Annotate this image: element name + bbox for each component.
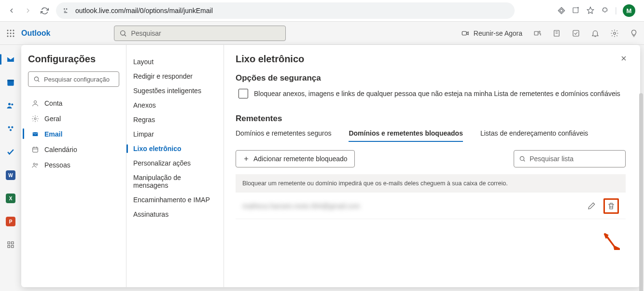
tab-lists[interactable]: Listas de endereçamento confiáveis [480, 129, 588, 142]
rail-calendar[interactable] [4, 76, 17, 89]
meet-now-button[interactable]: Reunir-se Agora [461, 29, 522, 38]
bulb-icon[interactable] [630, 29, 638, 38]
svg-rect-14 [534, 31, 538, 35]
sub-custom[interactable]: Personalizar ações [126, 156, 224, 170]
newpage-icon[interactable] [572, 6, 580, 15]
url-text: outlook.live.com/mail/0/options/mail/jun… [75, 7, 213, 14]
tab-blocked[interactable]: Domínios e remetentes bloqueados [349, 129, 463, 142]
close-button[interactable] [616, 51, 631, 66]
app-launcher-icon[interactable] [6, 28, 15, 38]
diamond-icon[interactable] [557, 6, 566, 15]
svg-point-4 [10, 29, 12, 31]
left-rail: W X P [0, 45, 21, 291]
edit-button[interactable] [587, 202, 596, 210]
svg-point-23 [8, 126, 10, 128]
svg-point-34 [33, 163, 35, 165]
block-attachments-checkbox[interactable]: Bloquear anexos, imagens e links de qual… [238, 89, 626, 98]
star-icon[interactable] [586, 6, 595, 15]
mail-icon [31, 130, 40, 139]
svg-point-5 [13, 29, 14, 31]
add-blocked-button[interactable]: Adicionar remetente bloqueado [236, 150, 355, 167]
person-icon [31, 99, 40, 108]
search-placeholder: Pesquisar [131, 29, 161, 37]
svg-point-22 [11, 103, 13, 105]
settings-title: Configurações [28, 54, 119, 65]
sub-layout[interactable]: Layout [126, 55, 224, 69]
search-input[interactable]: Pesquisar [114, 26, 286, 41]
rail-mail[interactable] [4, 53, 17, 66]
rail-excel[interactable]: X [4, 192, 17, 205]
outlook-logo[interactable]: Outlook [21, 29, 50, 38]
page-title: Lixo eletrônico [236, 54, 626, 65]
sub-handling[interactable]: Manipulação de mensagens [126, 170, 224, 193]
back-button[interactable] [5, 4, 18, 17]
svg-point-7 [10, 32, 12, 34]
rail-todo[interactable] [4, 145, 17, 159]
svg-point-31 [34, 101, 36, 103]
senders-section-title: Remetentes [236, 114, 626, 124]
todo-icon[interactable] [572, 29, 580, 38]
actions-row: Adicionar remetente bloqueado Pesquisar … [236, 150, 626, 167]
rail-groups[interactable] [4, 122, 17, 136]
gear-icon [31, 114, 40, 123]
browser-toolbar: outlook.live.com/mail/0/options/mail/jun… [0, 0, 644, 22]
people-icon [31, 161, 40, 169]
notes-icon[interactable] [552, 29, 561, 38]
sub-sweep[interactable]: Limpar [126, 127, 224, 141]
rail-more[interactable] [4, 238, 17, 251]
svg-rect-2 [573, 8, 578, 13]
blocked-email: matheus.hansen.moto.904@gmail.com [242, 202, 360, 210]
sub-forward[interactable]: Encaminhamento e IMAP [126, 193, 224, 207]
svg-point-25 [10, 129, 12, 131]
svg-rect-27 [12, 242, 14, 244]
svg-point-9 [7, 35, 9, 37]
gear-icon[interactable] [610, 29, 619, 38]
sub-rules[interactable]: Regras [126, 112, 224, 127]
svg-point-8 [13, 32, 14, 34]
sub-junk[interactable]: Lixo eletrônico [126, 141, 224, 156]
calendar-icon [31, 145, 40, 154]
blocked-sender-row: matheus.hansen.moto.904@gmail.com [236, 194, 626, 219]
search-settings-input[interactable]: Pesquisar configuração [28, 71, 119, 87]
reload-button[interactable] [38, 4, 51, 17]
settings-nav: Configurações Pesquisar configuração Con… [21, 45, 126, 287]
svg-rect-33 [33, 147, 38, 152]
nav-people[interactable]: Pessoas [28, 157, 119, 173]
sub-sig[interactable]: Assinaturas [126, 207, 224, 222]
delete-button[interactable] [603, 198, 619, 214]
profile-avatar[interactable]: M [623, 4, 635, 17]
svg-rect-13 [462, 31, 466, 35]
svg-point-0 [64, 9, 65, 9]
search-icon [33, 76, 40, 83]
nav-general[interactable]: Geral [28, 111, 119, 126]
nav-email[interactable]: Email [28, 126, 119, 142]
rail-word[interactable]: W [4, 168, 17, 182]
extension-icon[interactable] [601, 6, 609, 15]
address-bar[interactable]: outlook.live.com/mail/0/options/mail/jun… [56, 2, 515, 19]
svg-point-30 [34, 77, 38, 81]
nav-calendar[interactable]: Calendário [28, 142, 119, 157]
checkbox-icon [238, 89, 248, 98]
scrollbar[interactable] [639, 93, 640, 287]
bell-icon[interactable] [591, 29, 600, 38]
sub-compose[interactable]: Redigir e responder [126, 69, 224, 83]
sub-attach[interactable]: Anexos [126, 98, 224, 112]
browser-right-icons: | M [557, 4, 639, 17]
search-icon [119, 29, 127, 37]
video-icon [461, 29, 470, 38]
svg-point-36 [520, 156, 524, 160]
rail-powerpoint[interactable]: P [4, 215, 17, 228]
main-area: W X P Configurações Pesquisar configuraç… [0, 45, 644, 291]
search-list-input[interactable]: Pesquisar lista [514, 150, 626, 167]
info-banner: Bloquear um remetente ou domínio impedir… [236, 174, 626, 193]
nav-account[interactable]: Conta [28, 96, 119, 111]
svg-point-32 [34, 118, 36, 120]
rail-people[interactable] [4, 99, 17, 112]
svg-rect-20 [7, 80, 14, 81]
svg-point-21 [8, 103, 11, 105]
sub-suggest[interactable]: Sugestões inteligentes [126, 83, 224, 98]
tab-safe[interactable]: Domínios e remetentes seguros [236, 129, 331, 142]
svg-point-1 [66, 9, 67, 9]
forward-button[interactable] [21, 4, 35, 17]
teams-icon[interactable] [533, 29, 542, 38]
